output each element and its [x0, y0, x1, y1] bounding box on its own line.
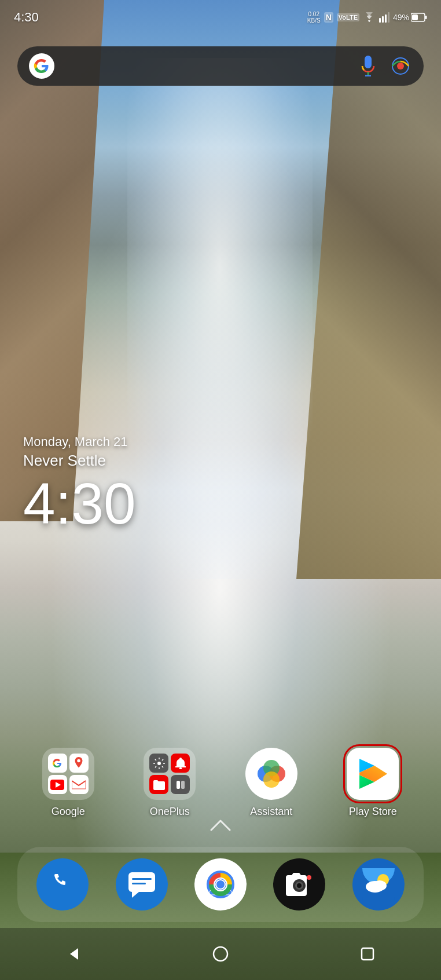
- gmail-sub-icon: [69, 775, 89, 794]
- svg-point-42: [373, 880, 387, 891]
- signal-icon: [379, 12, 389, 23]
- svg-point-37: [307, 875, 311, 880]
- status-icons: 0.02KB/S N VoLTE 49%: [307, 11, 427, 24]
- svg-rect-6: [412, 14, 418, 20]
- phone-dock-icon[interactable]: [36, 858, 89, 910]
- svg-rect-2: [385, 14, 387, 23]
- svg-rect-0: [379, 18, 381, 23]
- messages-dock-icon[interactable]: [116, 858, 168, 910]
- data-speed: 0.02KB/S: [307, 11, 321, 24]
- volte-icon: VoLTE: [337, 13, 359, 21]
- nav-bar: [0, 928, 441, 980]
- svg-rect-28: [132, 883, 146, 884]
- svg-rect-5: [425, 16, 427, 19]
- svg-rect-25: [128, 872, 155, 892]
- youtube-sub-icon: [48, 775, 67, 794]
- battery-icon: [411, 13, 427, 22]
- recents-button[interactable]: [353, 939, 382, 968]
- date-display: Monday, March 21: [23, 434, 136, 449]
- mic-icon: [360, 56, 376, 76]
- svg-point-17: [157, 762, 161, 765]
- dock: [17, 847, 424, 922]
- svg-marker-26: [132, 892, 139, 898]
- chrome-dock-icon[interactable]: [194, 858, 247, 910]
- settings-sub-icon: [149, 754, 168, 773]
- svg-point-33: [216, 880, 225, 888]
- home-button[interactable]: [206, 939, 235, 968]
- maps-sub-icon: [69, 754, 89, 773]
- google-folder-item[interactable]: Google: [31, 748, 106, 818]
- google-search-bar[interactable]: [17, 46, 424, 86]
- svg-rect-1: [382, 16, 384, 23]
- motto-display: Never Settle: [23, 452, 136, 470]
- svg-marker-43: [70, 948, 78, 960]
- google-folder-label: Google: [52, 806, 85, 818]
- date-time-widget: Monday, March 21 Never Settle 4:30: [23, 434, 136, 532]
- nfc-icon: N: [324, 12, 333, 23]
- google-sub-icon: [48, 754, 67, 773]
- play-store-label: Play Store: [349, 806, 397, 818]
- status-time: 4:30: [14, 10, 39, 25]
- assistant-label: Assistant: [250, 806, 292, 818]
- play-store-icon: [347, 748, 399, 800]
- battery-percent: 49%: [393, 13, 409, 22]
- svg-rect-27: [132, 878, 152, 880]
- oneplus-folder-icon: [144, 748, 196, 800]
- svg-point-44: [214, 947, 227, 961]
- app-grid: Google: [0, 748, 441, 818]
- notification-sub-icon: [171, 754, 190, 773]
- voice-search-button[interactable]: [357, 54, 380, 78]
- svg-point-24: [263, 771, 280, 788]
- battery-display: 49%: [393, 13, 427, 22]
- svg-rect-45: [362, 948, 373, 960]
- google-g-logo: [29, 53, 54, 79]
- oneplus-folder-item[interactable]: OnePlus: [132, 748, 207, 818]
- assistant-item[interactable]: Assistant: [234, 748, 309, 818]
- status-bar: 4:30 0.02KB/S N VoLTE 49%: [0, 0, 441, 35]
- wifi-icon: [363, 12, 376, 23]
- svg-point-36: [297, 883, 302, 888]
- search-action-icons: [357, 54, 412, 78]
- swipe-up-indicator: [209, 818, 232, 832]
- svg-rect-8: [365, 56, 372, 68]
- clock-display: 4:30: [23, 474, 136, 532]
- oneplus-sub-icon: [171, 775, 190, 794]
- assistant-icon: [245, 748, 297, 800]
- camera-dock-icon[interactable]: [273, 858, 325, 910]
- svg-point-13: [78, 759, 81, 762]
- svg-point-18: [179, 767, 182, 769]
- svg-point-12: [397, 63, 404, 70]
- svg-rect-3: [388, 12, 389, 23]
- lens-search-button[interactable]: [389, 54, 412, 78]
- lens-icon: [391, 57, 410, 75]
- svg-rect-19: [177, 781, 180, 789]
- weather-dock-icon[interactable]: [352, 858, 405, 910]
- filemanager-sub-icon: [149, 775, 168, 794]
- play-store-item[interactable]: Play Store: [335, 748, 410, 818]
- svg-rect-20: [181, 781, 185, 789]
- oneplus-folder-label: OnePlus: [150, 806, 190, 818]
- google-folder-icon: [42, 748, 94, 800]
- back-button[interactable]: [59, 939, 88, 968]
